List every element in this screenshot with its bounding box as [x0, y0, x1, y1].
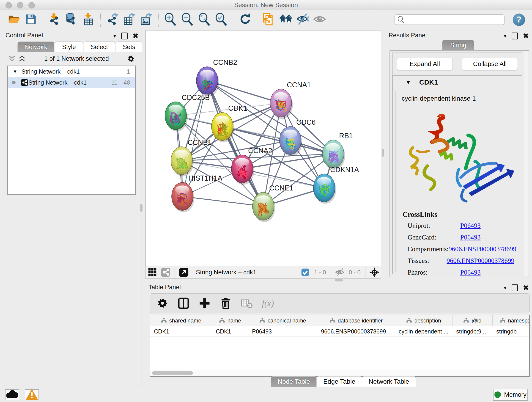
hide-selected-button[interactable]: [296, 13, 309, 26]
zoom-out-button[interactable]: [181, 13, 194, 26]
export-table-button[interactable]: [123, 13, 136, 26]
selected-checkbox-icon[interactable]: [300, 267, 310, 277]
gene-header-row[interactable]: ▼ CDK1: [393, 76, 522, 89]
table-hscrollbar[interactable]: [150, 370, 530, 377]
panel-menu-icon[interactable]: ▾: [504, 33, 507, 39]
import-network-button[interactable]: [48, 13, 61, 26]
column-header-@id[interactable]: @id: [452, 315, 493, 326]
apply-layout-button[interactable]: [239, 13, 251, 26]
network-node-CDKN1A[interactable]: [313, 174, 335, 202]
collapse-gene-icon[interactable]: ▼: [405, 79, 411, 85]
network-node-CDK1[interactable]: [211, 113, 233, 140]
network-node-RB1[interactable]: [322, 140, 344, 168]
save-session-button[interactable]: [25, 13, 37, 26]
network-node-CCNB2[interactable]: [196, 67, 218, 95]
network-graph[interactable]: CCNB2CCNA1CDC25BCDK1CDC6RB1CCNB1CCNA2CDK…: [146, 31, 381, 266]
network-edge[interactable]: [207, 81, 263, 206]
open-file-button[interactable]: [7, 13, 20, 26]
network-share-icon[interactable]: [161, 267, 171, 277]
import-network-database-button[interactable]: [65, 13, 78, 26]
network-node-HIST1H1A[interactable]: [172, 182, 193, 211]
cloud-status-button[interactable]: [5, 389, 19, 400]
node-table[interactable]: shared namenamecanonical namedatabase id…: [150, 315, 530, 371]
app-window: Session: New Session ? Control Panel: [0, 0, 532, 402]
network-row-selected[interactable]: String Network – cdk1 11 48: [8, 77, 135, 88]
detach-view-icon[interactable]: [179, 267, 189, 277]
network-node-CCNE1[interactable]: [253, 192, 274, 220]
memory-button[interactable]: Memory: [493, 389, 528, 401]
fit-content-icon[interactable]: [369, 267, 380, 277]
table-cell[interactable]: stringdb:9...: [452, 326, 493, 337]
options-gear-icon[interactable]: [127, 55, 135, 63]
tab-sets[interactable]: Sets: [116, 41, 142, 52]
column-header-shared-name[interactable]: shared name: [150, 315, 212, 326]
crosslink-link[interactable]: 9606.ENSP00000378699: [449, 245, 516, 253]
network-node-CDC6[interactable]: [279, 127, 301, 154]
network-node-CCNA2[interactable]: [231, 155, 253, 183]
table-cell[interactable]: cyclin-dependent ...: [395, 326, 452, 337]
crosslink-link[interactable]: P06493: [460, 222, 481, 230]
table-cell[interactable]: stringdb: [493, 326, 530, 337]
network-canvas[interactable]: CCNB2CCNA1CDC25BCDK1CDC6RB1CCNB1CCNA2CDK…: [146, 30, 381, 266]
string-tab[interactable]: String: [443, 40, 474, 50]
float-panel-icon[interactable]: [121, 32, 128, 39]
network-node-CDC25B[interactable]: [165, 102, 186, 130]
delete-column-icon[interactable]: [220, 297, 232, 309]
float-panel-icon[interactable]: [512, 32, 518, 39]
column-header-namespac[interactable]: namespac: [493, 315, 530, 326]
column-header-description[interactable]: description: [395, 315, 452, 326]
add-column-icon[interactable]: [199, 297, 210, 309]
tab-network-table[interactable]: Network Table: [362, 376, 416, 387]
zoom-selected-button[interactable]: [215, 13, 228, 26]
show-all-networks-button[interactable]: [279, 13, 292, 26]
search-input[interactable]: [394, 14, 505, 25]
network-collection-row[interactable]: ▼ String Network – cdk1 1: [8, 66, 135, 77]
crosslink-link[interactable]: P06493: [460, 234, 481, 241]
expand-all-button[interactable]: Expand All: [397, 58, 453, 70]
close-panel-icon[interactable]: ✖: [523, 32, 529, 40]
collapse-all-icon[interactable]: [8, 55, 16, 63]
column-header-canonical-name[interactable]: canonical name: [248, 315, 317, 326]
panel-menu-icon[interactable]: ▾: [504, 285, 507, 291]
scrollbar-thumb[interactable]: [152, 371, 193, 375]
network-node-CCNA1[interactable]: [270, 89, 292, 117]
close-panel-icon[interactable]: ✖: [133, 32, 138, 40]
bottom-splitter-handle[interactable]: [335, 279, 343, 281]
first-neighbors-button[interactable]: [262, 13, 275, 26]
table-settings-gear-icon[interactable]: [157, 297, 168, 309]
close-panel-icon[interactable]: ✖: [523, 284, 529, 292]
table-row[interactable]: CDK1CDK1P064939606.ENSP00000378699cyclin…: [150, 326, 529, 337]
crosslink-link[interactable]: 9606.ENSP00000378699: [447, 257, 514, 264]
left-splitter-handle[interactable]: [140, 204, 143, 212]
tab-node-table[interactable]: Node Table: [271, 376, 317, 387]
right-splitter-handle[interactable]: [382, 149, 384, 157]
column-header-name[interactable]: name: [212, 315, 248, 326]
export-image-button[interactable]: [140, 13, 153, 26]
table-cell[interactable]: CDK1: [150, 326, 212, 337]
table-cell[interactable]: 9606.ENSP00000378699: [317, 326, 395, 337]
table-cell[interactable]: CDK1: [212, 326, 248, 337]
warnings-button[interactable]: [25, 389, 39, 400]
expand-all-icon[interactable]: [18, 55, 26, 63]
export-network-button[interactable]: [106, 13, 119, 26]
show-columns-icon[interactable]: [177, 297, 190, 309]
tab-edge-table[interactable]: Edge Table: [317, 376, 362, 387]
network-node-CCNB1[interactable]: [171, 147, 192, 175]
results-scrollbar[interactable]: [524, 51, 528, 276]
import-table-button[interactable]: [82, 13, 95, 26]
zoom-in-button[interactable]: [164, 13, 177, 26]
network-edge[interactable]: [182, 196, 263, 206]
help-button[interactable]: ?: [513, 13, 525, 26]
tab-select[interactable]: Select: [84, 41, 115, 52]
column-header-database-identifier[interactable]: database identifier: [317, 315, 395, 326]
float-panel-icon[interactable]: [512, 284, 518, 291]
table-cell[interactable]: P06493: [248, 326, 317, 337]
collapse-all-button[interactable]: Collapse All: [462, 58, 518, 70]
zoom-fit-button[interactable]: [198, 13, 210, 26]
birds-eye-grid-icon[interactable]: [147, 267, 157, 277]
panel-menu-icon[interactable]: ▾: [114, 33, 116, 39]
tree-expand-icon[interactable]: ▼: [13, 69, 17, 74]
tab-network[interactable]: Network: [17, 41, 54, 52]
crosslink-link[interactable]: P06493: [460, 269, 481, 276]
tab-style[interactable]: Style: [55, 41, 83, 52]
